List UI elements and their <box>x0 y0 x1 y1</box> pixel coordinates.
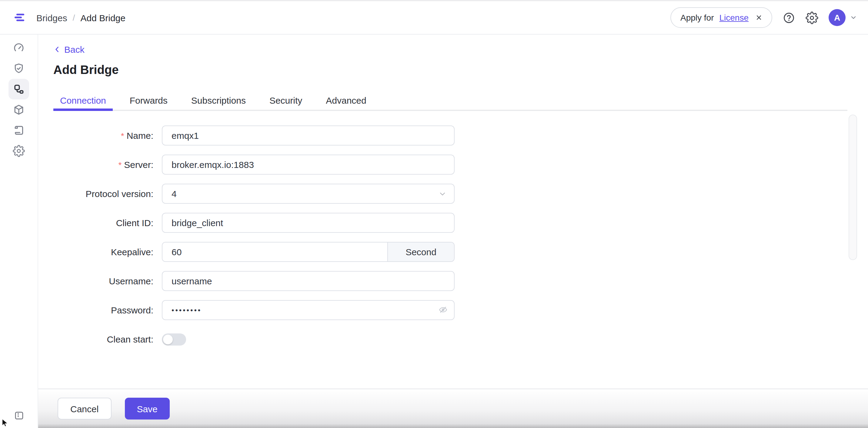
server-label: Server: <box>53 159 153 170</box>
settings-gear-icon[interactable] <box>806 11 818 24</box>
bridges-topology-icon <box>13 83 25 95</box>
license-banner: Apply for License <box>671 7 772 28</box>
sidebar-item-dashboard[interactable] <box>8 38 29 58</box>
main-panel: Back Add Bridge Connection Forwards Subs… <box>38 35 868 428</box>
form-footer: Cancel Save <box>38 389 868 428</box>
username-input[interactable] <box>162 271 455 291</box>
server-input[interactable] <box>162 155 455 175</box>
form-row-client-id: Client ID: <box>53 213 868 233</box>
license-banner-text: Apply for <box>680 13 714 23</box>
form-row-clean-start: Clean start: <box>53 329 868 349</box>
sidebar-nav <box>0 35 38 428</box>
password-input[interactable] <box>162 300 455 320</box>
cancel-button[interactable]: Cancel <box>58 398 111 420</box>
clean-start-toggle[interactable] <box>162 333 186 345</box>
back-button[interactable]: Back <box>53 44 85 55</box>
menu-toggle-icon[interactable] <box>13 11 26 24</box>
help-icon[interactable] <box>782 11 795 24</box>
avatar[interactable]: A <box>829 9 845 26</box>
form-row-name: Name: <box>53 125 868 146</box>
breadcrumb-bridges[interactable]: Bridges <box>36 12 67 23</box>
toggle-knob <box>163 334 173 344</box>
eye-off-icon[interactable] <box>438 305 448 315</box>
protocol-version-label: Protocol version: <box>53 188 153 199</box>
license-link[interactable]: License <box>719 13 749 23</box>
sidebar-item-settings[interactable] <box>8 141 29 161</box>
form-row-username: Username: <box>53 271 868 291</box>
scrollbar-thumb[interactable] <box>848 115 857 260</box>
chevron-down-icon <box>850 14 857 21</box>
keepalive-label: Keepalive: <box>53 247 153 257</box>
keepalive-unit-addon: Second <box>387 243 454 261</box>
clean-start-label: Clean start: <box>53 334 153 344</box>
tab-connection[interactable]: Connection <box>53 90 113 110</box>
name-label: Name: <box>53 130 153 141</box>
dashboard-gauge-icon <box>13 42 25 54</box>
form-row-server: Server: <box>53 155 868 175</box>
sidebar-item-bridges[interactable] <box>8 79 29 99</box>
chevron-left-icon <box>53 45 61 53</box>
breadcrumb-separator: / <box>73 13 75 23</box>
chevron-down-icon <box>438 189 447 198</box>
tab-forwards[interactable]: Forwards <box>123 90 174 110</box>
tab-subscriptions[interactable]: Subscriptions <box>185 90 252 110</box>
protocol-version-select[interactable]: 4 <box>162 184 455 204</box>
protocol-version-value: 4 <box>172 188 438 199</box>
breadcrumb-current: Add Bridge <box>81 12 125 23</box>
top-header: Bridges / Add Bridge Apply for License <box>0 0 868 35</box>
page-title: Add Bridge <box>53 63 868 77</box>
mouse-cursor <box>1 418 10 428</box>
settings-gear-icon <box>13 145 25 157</box>
username-label: Username: <box>53 276 153 286</box>
license-close-icon[interactable] <box>755 14 763 21</box>
client-id-label: Client ID: <box>53 218 153 228</box>
tab-security[interactable]: Security <box>263 90 309 110</box>
shield-check-icon <box>13 62 25 74</box>
client-id-input[interactable] <box>162 213 455 233</box>
name-input[interactable] <box>162 125 455 146</box>
form-row-protocol-version: Protocol version: 4 <box>53 184 868 204</box>
app-root: Bridges / Add Bridge Apply for License <box>0 0 868 428</box>
breadcrumb: Bridges / Add Bridge <box>36 12 125 23</box>
form-row-keepalive: Keepalive: Second <box>53 242 868 262</box>
sidebar-item-logs[interactable] <box>8 120 29 141</box>
keepalive-input[interactable] <box>162 243 387 261</box>
header-actions: Apply for License A <box>671 7 857 28</box>
sidebar-item-modules[interactable] <box>8 99 29 120</box>
form-row-password: Password: <box>53 300 868 320</box>
password-label: Password: <box>53 305 153 315</box>
logs-scroll-icon <box>13 124 25 136</box>
connection-form: Name: Server: Protocol version: 4 <box>53 125 868 349</box>
tab-advanced[interactable]: Advanced <box>319 90 373 110</box>
modules-cube-icon <box>13 104 25 116</box>
sidebar-item-access-control[interactable] <box>8 58 29 79</box>
user-menu[interactable]: A <box>829 9 857 26</box>
tab-bar: Connection Forwards Subscriptions Securi… <box>53 90 847 111</box>
save-button[interactable]: Save <box>125 398 169 420</box>
